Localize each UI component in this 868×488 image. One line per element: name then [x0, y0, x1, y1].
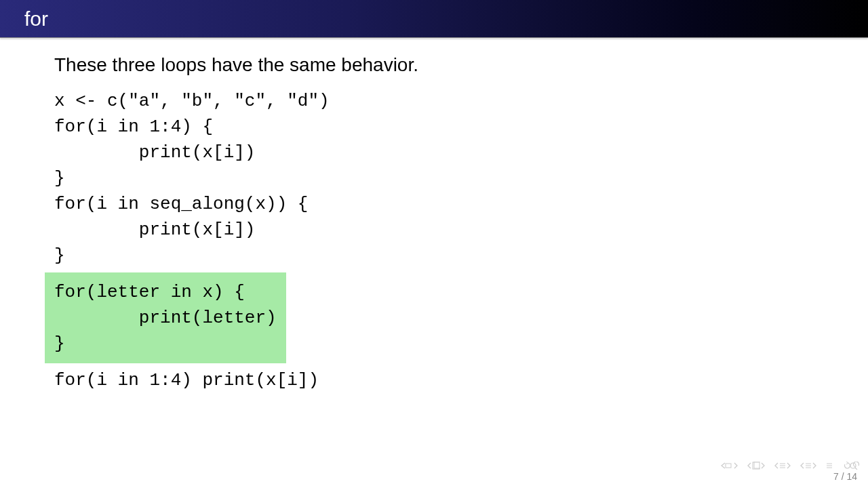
title-bar: for — [0, 0, 868, 38]
nav-icons-row — [721, 462, 860, 470]
code-loop3-l1: for(letter in x) { — [54, 279, 277, 305]
nav-outline-icon[interactable] — [826, 462, 833, 469]
code-line-assign: x <- c("a", "b", "c", "d") — [54, 88, 868, 114]
svg-line-13 — [855, 468, 857, 470]
code-loop2-l2: print(x[i]) — [54, 217, 868, 243]
nav-back-icon[interactable] — [774, 462, 791, 469]
slide-content: These three loops have the same behavior… — [0, 38, 868, 393]
nav-forward-icon[interactable] — [800, 462, 816, 469]
code-loop3-l3: } — [54, 331, 277, 357]
highlighted-code-block: for(letter in x) { print(letter) } — [45, 272, 286, 363]
code-loop1-l1: for(i in 1:4) { — [54, 114, 868, 140]
intro-text: These three loops have the same behavior… — [54, 54, 868, 76]
code-loop2-l1: for(i in seq_along(x)) { — [54, 191, 868, 217]
nav-prev-icon[interactable] — [747, 462, 765, 470]
nav-footer: 7 / 14 — [721, 462, 860, 483]
code-loop4: for(i in 1:4) print(x[i]) — [54, 367, 868, 393]
nav-cycle-icon[interactable] — [842, 462, 860, 470]
nav-first-icon[interactable] — [721, 462, 738, 469]
code-loop1-l3: } — [54, 165, 868, 191]
slide-title: for — [24, 7, 48, 30]
code-loop1-l2: print(x[i]) — [54, 140, 868, 165]
code-loop2-l3: } — [54, 243, 868, 268]
page-number: 7 / 14 — [721, 470, 860, 483]
svg-rect-0 — [726, 464, 731, 468]
code-loop3-l2: print(letter) — [54, 305, 277, 331]
